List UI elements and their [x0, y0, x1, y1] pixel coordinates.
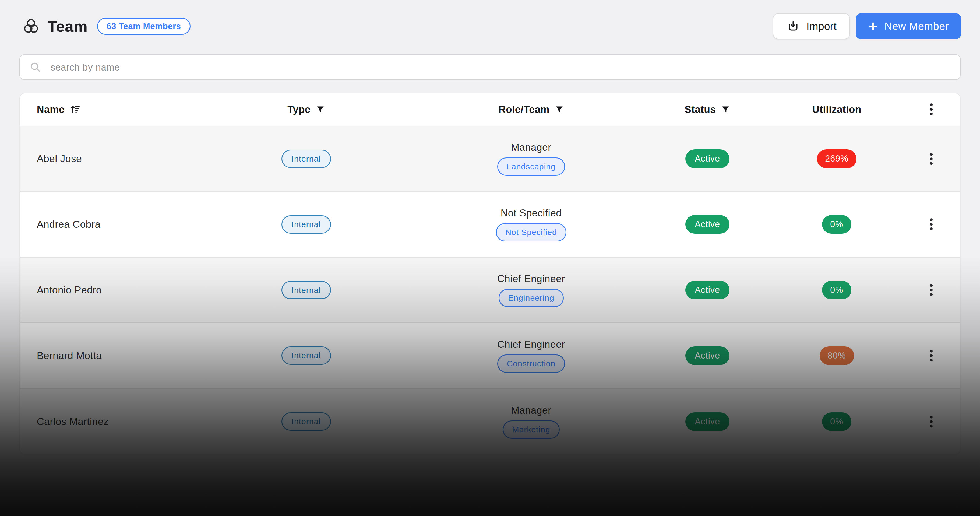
download-icon	[786, 20, 800, 33]
utilization-badge: 80%	[819, 346, 854, 365]
member-role: Chief Engineer	[497, 273, 565, 285]
plus-icon	[868, 21, 878, 31]
status-badge: Active	[686, 281, 730, 299]
member-count-badge: 63 Team Members	[97, 18, 191, 35]
filter-funnel-icon[interactable]	[555, 105, 564, 114]
import-label: Import	[807, 20, 837, 32]
sort-amount-up-icon[interactable]	[69, 104, 81, 115]
type-badge: Internal	[282, 281, 331, 299]
import-button[interactable]: Import	[773, 13, 850, 40]
page-title: Team	[48, 17, 88, 35]
member-name: Antonio Pedro	[20, 258, 194, 323]
row-menu-kebab-icon[interactable]	[923, 150, 940, 167]
status-badge: Active	[686, 346, 730, 365]
type-badge: Internal	[282, 346, 331, 365]
table-row[interactable]: Bernard Motta Internal Chief Engineer Co…	[20, 323, 960, 389]
search-bar	[19, 54, 961, 80]
table-row[interactable]: Carlos Martinez Internal Manager Marketi…	[20, 389, 960, 454]
column-type[interactable]: Type	[194, 93, 419, 126]
header-actions: Import New Member	[773, 13, 961, 40]
member-role: Chief Engineer	[497, 339, 565, 350]
member-role: Not Specified	[501, 207, 562, 219]
new-member-label: New Member	[885, 20, 949, 32]
row-menu-kebab-icon[interactable]	[923, 413, 940, 430]
column-name[interactable]: Name	[20, 93, 194, 126]
table-row[interactable]: Abel Jose Internal Manager Landscaping A…	[20, 126, 960, 192]
team-page: Team 63 Team Members Import	[0, 0, 980, 516]
member-name: Bernard Motta	[20, 323, 194, 388]
table-header: Name Type	[20, 93, 960, 126]
team-table: Name Type	[19, 92, 961, 455]
utilization-badge: 269%	[817, 150, 856, 168]
column-utilization: Utilization	[771, 93, 902, 126]
topbar: Team 63 Team Members Import	[0, 0, 980, 39]
column-status[interactable]: Status	[644, 93, 771, 126]
utilization-badge: 0%	[822, 215, 851, 234]
utilization-badge: 0%	[822, 281, 851, 299]
member-name: Carlos Martinez	[20, 389, 194, 454]
row-menu-kebab-icon[interactable]	[923, 347, 940, 365]
member-name: Andrea Cobra	[20, 192, 194, 257]
team-icon	[22, 18, 40, 35]
team-badge: Not Specified	[496, 223, 567, 241]
search-icon	[29, 61, 42, 74]
new-member-button[interactable]: New Member	[856, 13, 961, 40]
team-badge: Construction	[497, 355, 565, 373]
team-badge: Engineering	[499, 289, 564, 307]
status-badge: Active	[686, 150, 730, 168]
row-menu-kebab-icon[interactable]	[923, 216, 940, 233]
filter-funnel-icon[interactable]	[316, 105, 325, 114]
column-role-team[interactable]: Role/Team	[419, 93, 644, 126]
header-kebab-icon[interactable]	[923, 101, 940, 118]
type-badge: Internal	[282, 215, 331, 234]
team-badge: Marketing	[503, 420, 560, 439]
utilization-badge: 0%	[822, 412, 851, 431]
table-row[interactable]: Andrea Cobra Internal Not Specified Not …	[20, 192, 960, 258]
status-badge: Active	[686, 215, 730, 234]
member-role: Manager	[511, 405, 551, 416]
title-group: Team 63 Team Members	[22, 17, 191, 35]
header-menu	[902, 93, 960, 126]
row-menu-kebab-icon[interactable]	[923, 281, 940, 299]
type-badge: Internal	[282, 150, 331, 168]
member-role: Manager	[511, 142, 551, 153]
search-input[interactable]	[49, 61, 951, 73]
member-name: Abel Jose	[20, 126, 194, 191]
type-badge: Internal	[282, 412, 331, 431]
status-badge: Active	[686, 412, 730, 431]
table-row[interactable]: Antonio Pedro Internal Chief Engineer En…	[20, 258, 960, 323]
team-badge: Landscaping	[497, 158, 565, 176]
filter-funnel-icon[interactable]	[721, 105, 730, 114]
